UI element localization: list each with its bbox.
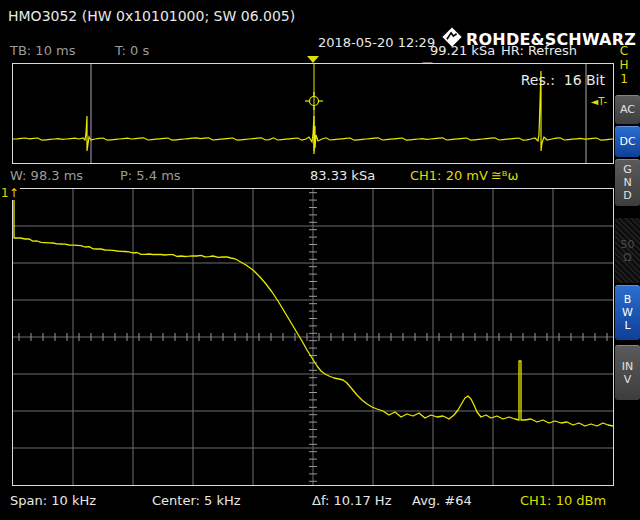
acquisition-mode-readout[interactable]: HR: Refresh — [501, 43, 577, 58]
softkey-gnd-label: GND — [622, 163, 634, 202]
ch1-level-scale-readout[interactable]: CH1: 10 dBm — [520, 493, 606, 508]
trigger-time-readout[interactable]: T: 0 s — [115, 43, 149, 58]
ch1-coupling-bwlimit-flags: ≅ᴮω — [491, 168, 518, 183]
resolution-bandwidth-readout: Δf: 10.17 Hz — [312, 493, 391, 508]
average-count-readout: Avg. #64 — [412, 493, 472, 508]
fft-window-position-readout[interactable]: P: 5.4 ms — [120, 168, 181, 183]
ch1-scale-readout[interactable]: CH1: 20 mV ≅ᴮω — [410, 168, 518, 183]
sample-rate-readout: 99.21 kSa — [430, 43, 495, 58]
fft-trace-canvas — [13, 189, 613, 485]
softkey-bandwidth-limit[interactable]: BWL — [615, 285, 640, 340]
softkey-50ohm-label: 50Ω — [620, 238, 636, 264]
softkey-inv-label: INV — [622, 360, 634, 386]
softkey-dc-label: DC — [619, 135, 635, 148]
fft-trace-reference-marker[interactable]: 1↑ — [1, 186, 20, 200]
trigger-position-marker[interactable] — [307, 56, 319, 63]
softkey-ac-coupling[interactable]: AC — [615, 95, 640, 124]
ch1-vertical-scale: CH1: 20 mV — [410, 168, 488, 183]
fft-spectrum-panel[interactable] — [12, 188, 614, 486]
fft-sample-rate-readout: 83.33 kSa — [310, 168, 375, 183]
time-domain-overview-panel[interactable]: Res.: 16 Bit ◄T- — [12, 63, 614, 164]
softkey-invert[interactable]: INV — [615, 345, 640, 400]
softkey-ac-label: AC — [620, 103, 635, 116]
brand-logo: ROHDE&SCHWARZ — [421, 7, 636, 71]
center-frequency-readout[interactable]: Center: 5 kHz — [152, 493, 241, 508]
device-title: HMO3052 (HW 0x10101000; SW 06.005) — [8, 8, 295, 24]
resolution-readout: Res.: 16 Bit — [521, 72, 605, 88]
softkey-50ohm-termination: 50Ω — [615, 218, 640, 283]
trigger-time-edge-marker: ◄T- — [591, 96, 608, 107]
timebase-readout[interactable]: TB: 10 ms — [10, 43, 75, 58]
sidebar-channel-label: CH1 — [618, 44, 630, 86]
softkey-bwl-label: BWL — [622, 293, 634, 332]
softkey-gnd-coupling[interactable]: GND — [615, 159, 640, 206]
span-readout[interactable]: Span: 10 kHz — [10, 493, 96, 508]
softkey-dc-coupling[interactable]: DC — [615, 126, 640, 157]
fft-window-width-readout[interactable]: W: 98.3 ms — [10, 168, 83, 183]
